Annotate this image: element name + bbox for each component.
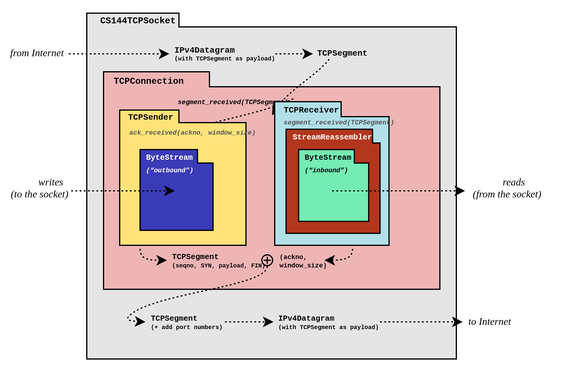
label-tcpseg-btm-2: (+ add port numbers) <box>151 324 223 331</box>
label-ipv4-btm-2: (with TCPSegment as payload) <box>278 324 379 331</box>
label-ipv4-btm-1: IPv4Datagram <box>278 314 334 323</box>
label-ipv4-in-2: (with TCPSegment as payload) <box>174 55 275 62</box>
label-ack-2: window_size) <box>279 262 327 270</box>
label-ipv4-in-1: IPv4Datagram <box>174 46 235 55</box>
label-ack-1: (ackno, <box>279 254 307 261</box>
label-to-internet: to Internet <box>468 316 511 327</box>
box-bs-in-title: ByteStream <box>305 153 351 162</box>
box-receiver-fn: segment_received(TCPSegment) <box>284 119 394 127</box>
box-sender-title: TCPSender <box>128 113 173 122</box>
box-bs-out-title: ByteStream <box>146 153 193 162</box>
label-tcpseg-btm-1: TCPSegment <box>151 314 197 323</box>
label-tcpseg-out-1: TCPSegment <box>172 252 219 261</box>
label-writes-2: (to the socket) <box>11 188 69 200</box>
box-bs-out-sub: (“outbound”) <box>146 167 193 174</box>
label-reads-2: (from the socket) <box>473 188 541 200</box>
box-connection-title: TCPConnection <box>114 76 184 86</box>
box-socket-title: CS144TCPSocket <box>100 16 176 26</box>
label-from-internet: from Internet <box>10 47 64 58</box>
box-sender-fn: ack_received(ackno, window_size) <box>129 129 256 137</box>
label-tcpseg-in: TCPSegment <box>317 49 367 58</box>
box-bs-in-sub: (“inbound”) <box>305 167 348 174</box>
box-receiver-title: TCPReceiver <box>284 106 339 115</box>
label-reads-1: reads <box>503 176 525 188</box>
label-writes-1: writes <box>38 176 63 188</box>
label-tcpseg-out-2: (seqno, SYN, payload, FIN) <box>172 262 265 269</box>
label-seg-recv-fn: segment_received(TCPSegment) <box>178 99 288 106</box>
box-reassembler-title: StreamReassembler <box>293 133 372 142</box>
